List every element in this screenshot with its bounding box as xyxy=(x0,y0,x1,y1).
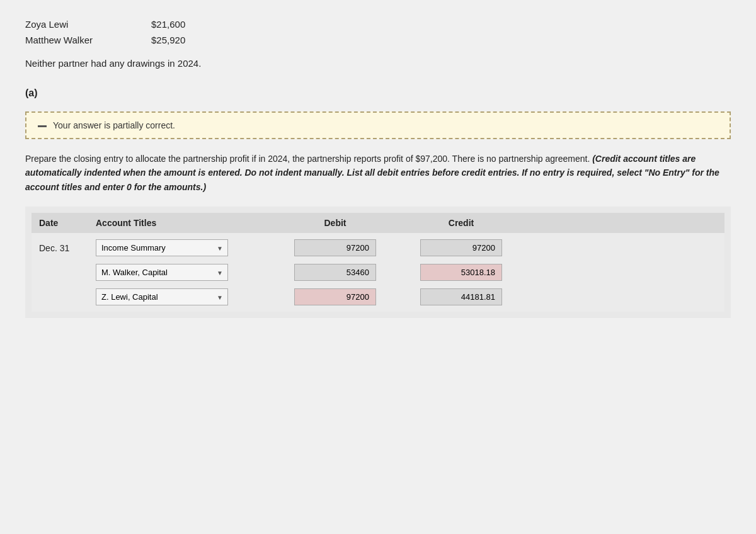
page-container: Zoya Lewi $21,600 Matthew Walker $25,920… xyxy=(0,0,756,534)
account-select-3[interactable]: Income Summary M. Walker, Capital Z. Lew… xyxy=(96,288,228,305)
date-dec31: Dec. 31 xyxy=(39,243,69,253)
debit-input-1[interactable] xyxy=(294,239,376,256)
matthew-amount: $25,920 xyxy=(151,35,185,45)
account-select-container-2[interactable]: Income Summary M. Walker, Capital Z. Lew… xyxy=(96,264,228,281)
matthew-name: Matthew Walker xyxy=(25,35,151,45)
table-row: Income Summary M. Walker, Capital Z. Lew… xyxy=(39,260,717,285)
partner-row-zoya: Zoya Lewi $21,600 xyxy=(25,19,731,30)
drawings-note: Neither partner had any drawings in 2024… xyxy=(25,58,731,69)
entry-date: Dec. 31 xyxy=(39,243,96,253)
zoya-amount: $21,600 xyxy=(151,19,185,30)
header-debit: Debit xyxy=(272,218,398,228)
answer-status-text: Your answer is partially correct. xyxy=(53,120,175,130)
journal-body: Dec. 31 Income Summary M. Walker, Capita… xyxy=(32,233,724,312)
credit-col-3 xyxy=(398,288,524,305)
table-row: Dec. 31 Income Summary M. Walker, Capita… xyxy=(39,236,717,260)
table-row: Income Summary M. Walker, Capital Z. Lew… xyxy=(39,285,717,309)
account-col-3: Income Summary M. Walker, Capital Z. Lew… xyxy=(96,288,272,305)
credit-input-3[interactable] xyxy=(420,288,502,305)
table-header: Date Account Titles Debit Credit xyxy=(32,213,724,233)
header-account: Account Titles xyxy=(96,218,272,228)
answer-status-box: Your answer is partially correct. xyxy=(25,111,731,139)
account-select-container-1[interactable]: Income Summary M. Walker, Capital Z. Lew… xyxy=(96,239,228,256)
zoya-name: Zoya Lewi xyxy=(25,19,151,30)
debit-input-3[interactable] xyxy=(294,288,376,305)
header-credit: Credit xyxy=(398,218,524,228)
account-col-1: Income Summary M. Walker, Capital Z. Lew… xyxy=(96,239,272,256)
credit-input-2[interactable] xyxy=(420,264,502,281)
account-select-container-3[interactable]: Income Summary M. Walker, Capital Z. Lew… xyxy=(96,288,228,305)
debit-col-2 xyxy=(272,264,398,281)
account-col-2: Income Summary M. Walker, Capital Z. Lew… xyxy=(96,264,272,281)
account-select-1[interactable]: Income Summary M. Walker, Capital Z. Lew… xyxy=(96,239,228,256)
credit-col-2 xyxy=(398,264,524,281)
header-date: Date xyxy=(39,218,96,228)
debit-input-2[interactable] xyxy=(294,264,376,281)
journal-table-wrapper: Date Account Titles Debit Credit Dec. 31… xyxy=(25,207,731,318)
instructions-plain: Prepare the closing entry to allocate th… xyxy=(25,154,592,164)
debit-col-1 xyxy=(272,239,398,256)
credit-input-1[interactable] xyxy=(420,239,502,256)
section-label: (a) xyxy=(25,88,731,99)
instructions-text: Prepare the closing entry to allocate th… xyxy=(25,152,731,194)
partner-row-matthew: Matthew Walker $25,920 xyxy=(25,35,731,45)
account-select-2[interactable]: Income Summary M. Walker, Capital Z. Lew… xyxy=(96,264,228,281)
minus-icon xyxy=(38,125,47,127)
credit-col-1 xyxy=(398,239,524,256)
debit-col-3 xyxy=(272,288,398,305)
